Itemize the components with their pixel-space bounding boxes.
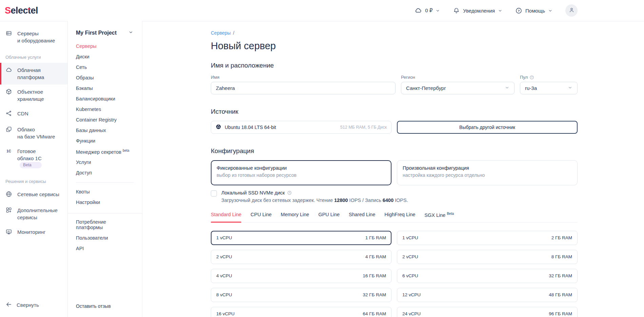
local-ssd-option: Локальный SSD NVMe диск ? Загрузочный ди… (211, 190, 578, 203)
tab-gpu-line[interactable]: GPU Line (318, 212, 340, 222)
project-sidebar: My First Project Серверы Диски Сеть Обра… (68, 21, 142, 317)
chevron-down-icon (128, 30, 133, 36)
tab-cpu-line[interactable]: CPU Line (250, 212, 271, 222)
section-name-location: Имя и расположение (211, 62, 578, 69)
project-nav-quotas[interactable]: Квоты (76, 187, 134, 197)
flavor-ram: 8 ГБ RAM (551, 254, 572, 259)
tab-highfreq-line[interactable]: HighFreq Line (384, 212, 415, 222)
flavor-cpu: 6 vCPU (402, 273, 418, 278)
project-nav-secrets-manager[interactable]: Менеджер секретов beta (76, 146, 134, 157)
project-nav-users[interactable]: Пользователи (76, 233, 134, 243)
breadcrumb-servers-link[interactable]: Серверы (211, 30, 231, 36)
selected-source-card[interactable]: Ubuntu 18.04 LTS 64-bit 512 МБ RAM, 5 ГБ… (211, 121, 391, 134)
flavor-card[interactable]: 24 vCPU96 ГБ RAM (397, 307, 578, 317)
collapse-sidebar-button[interactable]: Свернуть (0, 294, 67, 317)
sidebar-item-label: CDN (17, 110, 28, 118)
notifications-label: Уведомления (463, 8, 495, 14)
project-nav-disks[interactable]: Диски (76, 51, 134, 62)
flavor-card[interactable]: 2 vCPU4 ГБ RAM (211, 250, 391, 264)
pool-field-label: Пул ? (520, 75, 578, 80)
vmware-cloud-icon (5, 126, 13, 140)
sidebar-item-monitoring[interactable]: Мониторинг (0, 225, 67, 241)
beta-superscript: Beta (447, 212, 454, 216)
project-nav-images[interactable]: Образы (76, 72, 134, 83)
project-nav-access[interactable]: Доступ (76, 168, 134, 178)
flavor-card[interactable]: 1 vCPU1 ГБ RAM (211, 231, 391, 245)
flavor-card[interactable]: 12 vCPU48 ГБ RAM (397, 288, 578, 302)
name-location-fields: Имя Регион Санкт-Петербург Пул ? (211, 75, 578, 94)
sidebar-item-cloud-platform[interactable]: Облачнаяплатформа (0, 63, 67, 85)
config-card-title: Фиксированные конфигурации (217, 165, 386, 171)
project-nav-backups[interactable]: Бэкапы (76, 83, 134, 93)
sidebar-item-label: Мониторинг (17, 228, 45, 237)
flavor-cpu: 1 vCPU (216, 235, 232, 240)
tab-sgx-line[interactable]: SGX Line Beta (424, 212, 454, 222)
project-nav-container-registry[interactable]: Container Registry (76, 114, 134, 125)
sidebar-item-cloud-1c[interactable]: 1С Готовое облако 1СBeta (0, 144, 67, 172)
selectel-logo[interactable]: Selectel (5, 5, 38, 16)
server-name-input[interactable] (211, 82, 396, 94)
project-nav-network[interactable]: Сеть (76, 62, 134, 72)
flavor-grid: 1 vCPU1 ГБ RAM 1 vCPU2 ГБ RAM 2 vCPU4 ГБ… (211, 231, 578, 317)
project-nav-servers[interactable]: Серверы (76, 41, 134, 51)
sidebar-item-cdn[interactable]: CDN (0, 106, 67, 122)
custom-configuration-card[interactable]: Произвольная конфигурация настройка кажд… (397, 160, 578, 185)
question-circle-icon[interactable]: ? (529, 75, 534, 80)
flavor-ram: 64 ГБ RAM (363, 311, 386, 316)
leave-feedback-link[interactable]: Оставить отзыв (68, 297, 142, 317)
app-body: Серверыи оборудование Облачные услуги Об… (0, 21, 644, 317)
project-nav-load-balancers[interactable]: Балансировщики (76, 93, 134, 104)
flavor-cpu: 16 vCPU (216, 311, 235, 316)
flavor-card[interactable]: 6 vCPU32 ГБ RAM (397, 269, 578, 283)
project-nav-databases[interactable]: Базы данных (76, 125, 134, 135)
beta-badge: Beta (20, 162, 42, 168)
project-nav-kubernetes[interactable]: Kubernetes (76, 104, 134, 114)
balance-menu[interactable]: 0 ₽ (415, 7, 440, 14)
project-selector[interactable]: My First Project (68, 30, 142, 36)
sidebar-item-label: Облакона базе VMware (17, 126, 55, 140)
flavor-ram: 32 ГБ RAM (549, 273, 572, 278)
local-ssd-checkbox[interactable] (211, 190, 217, 197)
notifications-menu[interactable]: Уведомления (453, 7, 502, 14)
tab-memory-line[interactable]: Memory Line (281, 212, 309, 222)
tab-standard-line[interactable]: Standard Line (211, 212, 241, 222)
flavor-card[interactable]: 2 vCPU8 ГБ RAM (397, 250, 578, 264)
sidebar-item-servers-hardware[interactable]: Серверыи оборудование (0, 26, 67, 48)
breadcrumb-separator: / (233, 30, 235, 36)
sidebar-item-network-services[interactable]: Сетевые сервисы (0, 187, 67, 203)
logo-letters: el (31, 5, 38, 16)
region-select[interactable]: Санкт-Петербург (401, 82, 515, 94)
flavor-card[interactable]: 8 vCPU32 ГБ RAM (211, 288, 391, 302)
project-nav-settings[interactable]: Настройки (76, 197, 134, 208)
flavor-card[interactable]: 4 vCPU16 ГБ RAM (211, 269, 391, 283)
sidebar-item-label: Облачнаяплатформа (17, 67, 44, 81)
sidebar-section-solutions: Решения и сервисы (0, 172, 67, 187)
flavor-card[interactable]: 1 vCPU2 ГБ RAM (397, 231, 578, 245)
flavor-cpu: 2 vCPU (216, 254, 232, 259)
sidebar-item-additional-services[interactable]: Дополнительныесервисы (0, 203, 67, 225)
main-content: Серверы/ Новый сервер Имя и расположение… (142, 21, 644, 317)
write-iops-value: 6400 (383, 198, 394, 203)
cdn-icon (5, 110, 13, 118)
flavor-ram: 48 ГБ RAM (549, 292, 572, 297)
cloud-platform-icon (5, 67, 13, 81)
user-avatar[interactable] (565, 4, 578, 17)
choose-other-source-button[interactable]: Выбрать другой источник (397, 121, 578, 134)
bell-icon (453, 7, 460, 14)
pool-select[interactable]: ru-3a (520, 82, 578, 94)
tab-shared-line[interactable]: Shared Line (349, 212, 375, 222)
flavor-card[interactable]: 16 vCPU64 ГБ RAM (211, 307, 391, 317)
project-nav-api[interactable]: API (76, 243, 134, 254)
logo-letter-t: t (28, 5, 31, 16)
project-nav-platform-usage[interactable]: Потребление платформы (76, 217, 134, 233)
project-nav-functions[interactable]: Функции (76, 135, 134, 146)
sidebar-item-vmware-cloud[interactable]: Облакона базе VMware (0, 122, 67, 144)
logo-letters: elec (11, 5, 28, 16)
project-nav-services[interactable]: Услуги (76, 157, 134, 168)
question-circle-icon[interactable]: ? (287, 190, 292, 195)
sidebar-item-object-storage[interactable]: Объектноехранилище (0, 85, 67, 106)
help-menu[interactable]: ? Помощь (515, 7, 552, 14)
header-actions: 0 ₽ Уведомления ? Помощь (415, 4, 578, 17)
fixed-configuration-card[interactable]: Фиксированные конфигурации выбор из гото… (211, 160, 391, 185)
sidebar-item-label: Готовое облако 1СBeta (17, 148, 42, 168)
